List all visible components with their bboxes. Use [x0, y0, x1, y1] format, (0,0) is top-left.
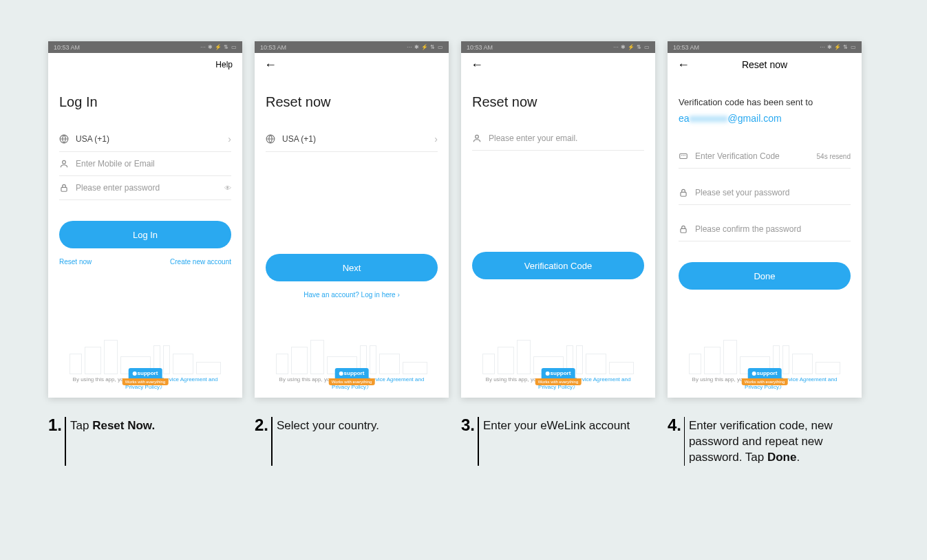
reset-link[interactable]: Reset now [59, 258, 92, 266]
code-field[interactable]: Enter Verification Code 54s resend [679, 144, 851, 169]
eye-icon[interactable]: 👁 [224, 184, 231, 192]
support-badge: support Works with everything [535, 368, 582, 385]
confirm-password-placeholder: Please confirm the password [695, 224, 851, 234]
country-value: USA (+1) [282, 134, 427, 144]
code-placeholder: Enter Verification Code [695, 151, 810, 161]
svg-point-1 [63, 160, 66, 164]
caption-step-1: 1. Tap Reset Now. [48, 417, 242, 466]
password-field[interactable]: Please enter password 👁 [59, 176, 231, 200]
done-button[interactable]: Done [679, 262, 851, 290]
caption-step-3: 3. Enter your eWeLink account [461, 417, 655, 466]
verification-code-button[interactable]: Verification Code [472, 252, 644, 279]
sent-email: eaxxxxxxxx@gmail.com [679, 113, 851, 124]
country-selector[interactable]: USA (+1) › [266, 127, 438, 152]
screen-reset-country: 10:53 AM ⋯ ✱ ⚡ ⇅ ▭ ← Reset now USA (+1) … [255, 41, 449, 398]
lock-icon [59, 183, 69, 193]
back-button[interactable]: ← [471, 58, 483, 72]
sent-message: Verification code has been sent to [679, 97, 851, 107]
caption-step-4: 4. Enter verification code, new password… [668, 417, 862, 466]
page-heading: Reset now [266, 94, 438, 110]
back-button[interactable]: ← [264, 58, 277, 72]
username-placeholder: Enter Mobile or Email [76, 159, 231, 169]
password-placeholder: Please enter password [76, 183, 217, 193]
svg-rect-2 [61, 187, 67, 191]
person-icon [59, 159, 69, 169]
login-button[interactable]: Log In [59, 221, 231, 248]
topbar: Help [48, 53, 242, 76]
globe-icon [59, 134, 69, 144]
screen-reset-verify: 10:53 AM ⋯ ✱ ⚡ ⇅ ▭ ← Reset now Verificat… [668, 41, 862, 398]
new-password-placeholder: Please set your password [695, 188, 851, 197]
status-time: 10:53 AM [673, 44, 699, 51]
username-field[interactable]: Enter Mobile or Email [59, 152, 231, 176]
email-placeholder: Please enter your email. [489, 133, 644, 143]
support-badge: support Works with everything [329, 368, 375, 385]
back-button[interactable]: ← [677, 58, 690, 72]
confirm-password-field[interactable]: Please confirm the password [679, 217, 851, 241]
support-badge: support Works with everything [742, 368, 788, 385]
support-badge: support Works with everything [122, 368, 169, 385]
chevron-right-icon: › [228, 133, 231, 144]
next-button[interactable]: Next [266, 254, 438, 281]
status-icons: ⋯ ✱ ⚡ ⇅ ▭ [200, 44, 237, 50]
svg-rect-7 [681, 228, 686, 233]
person-icon [472, 133, 482, 143]
status-time: 10:53 AM [467, 44, 493, 51]
topbar: ← [461, 53, 655, 76]
new-password-field[interactable]: Please set your password [679, 181, 851, 205]
footer: support Works with everything By using t… [679, 333, 851, 398]
status-bar: 10:53 AM ⋯ ✱ ⚡ ⇅ ▭ [461, 41, 655, 53]
country-value: USA (+1) [76, 134, 221, 144]
email-field[interactable]: Please enter your email. [472, 127, 644, 151]
svg-rect-5 [680, 154, 688, 159]
status-bar: 10:53 AM ⋯ ✱ ⚡ ⇅ ▭ [668, 41, 862, 53]
globe-icon [266, 134, 275, 144]
status-time: 10:53 AM [54, 44, 80, 51]
lock-icon [679, 224, 688, 234]
screen-reset-email: 10:53 AM ⋯ ✱ ⚡ ⇅ ▭ ← Reset now Please en… [461, 41, 655, 398]
svg-rect-6 [681, 192, 686, 196]
code-icon [679, 151, 688, 161]
chevron-right-icon: › [434, 133, 438, 144]
footer: support Works with everything By using t… [266, 333, 438, 398]
status-icons: ⋯ ✱ ⚡ ⇅ ▭ [820, 44, 856, 50]
resend-timer: 54s resend [817, 153, 851, 160]
screen-login: 10:53 AM ⋯ ✱ ⚡ ⇅ ▭ Help Log In USA (+1) … [48, 41, 242, 398]
footer: support Works with everything By using t… [472, 333, 644, 398]
status-time: 10:53 AM [260, 44, 286, 51]
page-heading: Log In [59, 94, 231, 110]
page-title: Reset now [690, 59, 840, 70]
caption-step-2: 2. Select your country. [255, 417, 449, 466]
topbar: ← Reset now [668, 53, 862, 76]
status-bar: 10:53 AM ⋯ ✱ ⚡ ⇅ ▭ [255, 41, 449, 53]
login-here-link[interactable]: Have an account? Log in here › [303, 291, 400, 299]
status-icons: ⋯ ✱ ⚡ ⇅ ▭ [407, 44, 443, 50]
svg-point-4 [476, 135, 479, 138]
help-link[interactable]: Help [215, 60, 233, 69]
create-account-link[interactable]: Create new account [170, 258, 231, 266]
status-bar: 10:53 AM ⋯ ✱ ⚡ ⇅ ▭ [48, 41, 242, 53]
lock-icon [679, 188, 688, 197]
footer: support Works with everything By using t… [59, 333, 231, 398]
country-selector[interactable]: USA (+1) › [59, 127, 231, 152]
page-heading: Reset now [472, 94, 644, 110]
status-icons: ⋯ ✱ ⚡ ⇅ ▭ [613, 44, 650, 50]
topbar: ← [255, 53, 449, 76]
